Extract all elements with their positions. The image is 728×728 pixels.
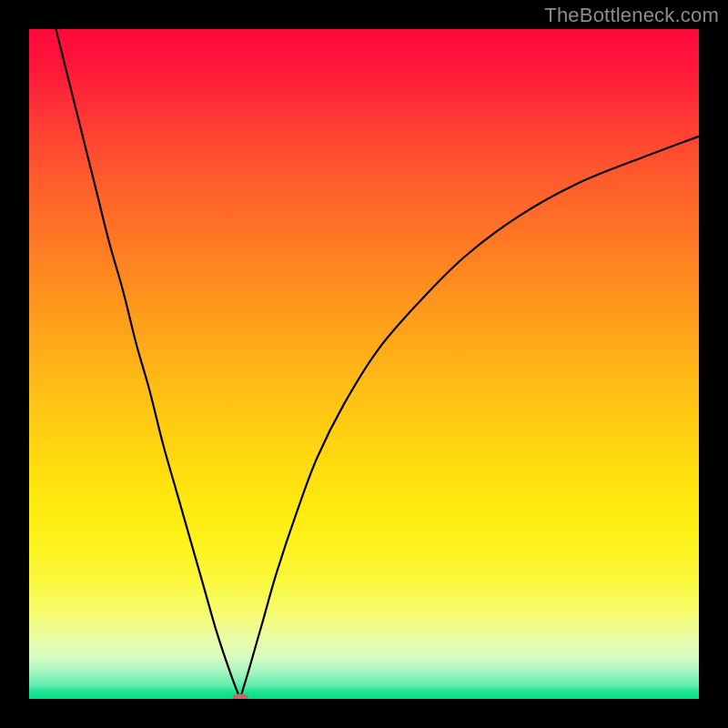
watermark-text: TheBottleneck.com xyxy=(544,4,719,27)
chart-frame: TheBottleneck.com xyxy=(0,0,728,728)
curve-right-branch xyxy=(240,136,699,699)
bottleneck-curve xyxy=(29,29,699,699)
curve-left-branch xyxy=(56,29,239,699)
minimum-marker xyxy=(232,694,248,700)
plot-area xyxy=(29,29,699,699)
